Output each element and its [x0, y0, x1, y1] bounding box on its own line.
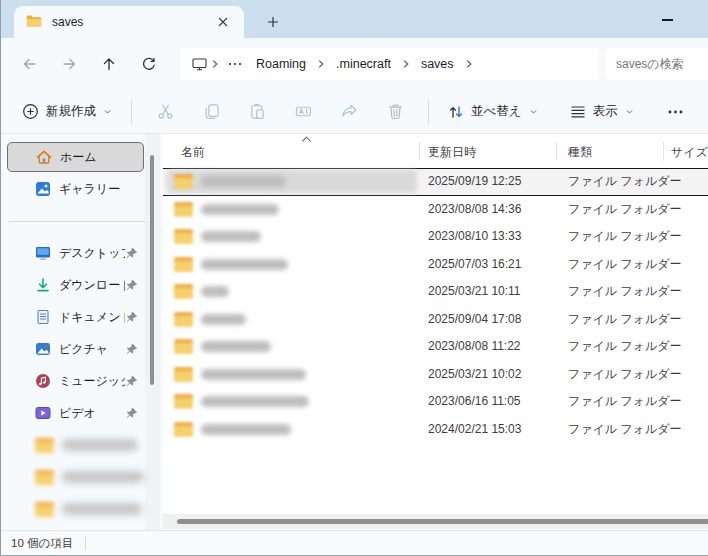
- search-box[interactable]: [606, 48, 708, 80]
- blurred-file-name: [201, 396, 309, 407]
- paste-icon[interactable]: [240, 96, 274, 128]
- file-type: ファイル フォルダー: [568, 416, 682, 444]
- home-icon: [36, 149, 52, 165]
- tab-saves[interactable]: saves: [14, 6, 244, 38]
- toolbar-divider: [428, 100, 429, 124]
- file-row-selected[interactable]: 2025/09/19 12:25ファイル フォルダー: [163, 168, 708, 196]
- breadcrumb: Roaming.minecraftsaves: [248, 53, 476, 75]
- search-input[interactable]: [606, 57, 708, 71]
- up-button[interactable]: [89, 47, 129, 81]
- file-explorer-window: saves: [0, 0, 708, 556]
- tab-close-icon[interactable]: [212, 11, 234, 33]
- refresh-button[interactable]: [129, 47, 169, 81]
- column-divider[interactable]: [556, 142, 557, 161]
- downloads-icon: [35, 277, 51, 293]
- file-row[interactable]: 2025/03/21 10:02ファイル フォルダー: [163, 361, 708, 389]
- column-header-row: 名前 更新日時 種類 サイズ: [163, 134, 708, 168]
- view-lines-icon: [570, 105, 586, 119]
- blurred-label: [62, 471, 144, 483]
- column-header-name[interactable]: 名前: [181, 144, 205, 161]
- this-pc-icon[interactable]: [191, 56, 208, 72]
- new-tab-button[interactable]: [261, 10, 285, 34]
- chevron-right-icon[interactable]: [399, 59, 413, 69]
- sidebar-item-blurred-folder[interactable]: [7, 462, 144, 492]
- column-divider[interactable]: [663, 142, 664, 161]
- videos-icon: [35, 405, 51, 421]
- new-item-button[interactable]: 新規作成: [13, 97, 121, 126]
- chevron-right-icon[interactable]: [462, 59, 476, 69]
- file-row[interactable]: 2023/08/08 11:22ファイル フォルダー: [163, 333, 708, 361]
- sort-arrows-icon: [448, 104, 464, 120]
- sidebar-item-gallery[interactable]: ギャラリー: [7, 174, 144, 204]
- cut-icon[interactable]: [148, 96, 182, 128]
- folder-icon: [174, 202, 193, 217]
- file-date: 2025/07/03 16:21: [428, 251, 521, 279]
- chevron-down-icon: [625, 107, 634, 116]
- file-row[interactable]: 2023/08/10 13:33ファイル フォルダー: [163, 223, 708, 251]
- share-icon[interactable]: [332, 96, 366, 128]
- file-date: 2025/03/21 10:11: [428, 278, 521, 306]
- column-header-date[interactable]: 更新日時: [428, 144, 476, 161]
- horizontal-scrollbar-track[interactable]: [163, 514, 708, 529]
- status-bar: 10 個の項目: [1, 530, 708, 556]
- navigation-bar: Roaming.minecraftsaves: [1, 38, 708, 90]
- sidebar-item-blurred-folder[interactable]: [7, 494, 144, 524]
- breadcrumb-item-Roaming[interactable]: Roaming: [248, 53, 314, 75]
- file-row[interactable]: 2023/06/16 11:05ファイル フォルダー: [163, 388, 708, 416]
- sidebar-item-blurred-folder[interactable]: [7, 430, 144, 460]
- breadcrumb-item-minecraft[interactable]: .minecraft: [328, 53, 399, 75]
- blurred-file-name: [201, 176, 286, 187]
- horizontal-scrollbar-thumb[interactable]: [177, 519, 708, 524]
- file-type: ファイル フォルダー: [568, 361, 682, 389]
- desktop-icon: [35, 245, 51, 261]
- file-date: 2023/08/10 13:33: [428, 223, 521, 251]
- sidebar-item-pictures[interactable]: ピクチャ: [7, 334, 144, 364]
- pin-icon: [125, 279, 138, 292]
- sort-button[interactable]: 並べ替え: [439, 97, 547, 126]
- chevron-right-icon[interactable]: [314, 59, 328, 69]
- breadcrumb-item-saves[interactable]: saves: [413, 53, 462, 75]
- file-row[interactable]: 2025/07/03 16:21ファイル フォルダー: [163, 251, 708, 279]
- column-header-type[interactable]: 種類: [568, 144, 592, 161]
- sidebar-scrollbar-thumb[interactable]: [150, 155, 154, 385]
- main-area: ホームギャラリーデスクトップダウンロードドキュメントピクチャミュージックビデオ …: [1, 134, 708, 530]
- file-type: ファイル フォルダー: [568, 168, 682, 196]
- sidebar-item-desktop[interactable]: デスクトップ: [7, 238, 144, 268]
- file-row[interactable]: 2025/03/21 10:11ファイル フォルダー: [163, 278, 708, 306]
- delete-icon[interactable]: [378, 96, 412, 128]
- forward-button[interactable]: [49, 47, 89, 81]
- rename-icon[interactable]: [286, 96, 320, 128]
- copy-icon[interactable]: [194, 96, 228, 128]
- chevron-right-icon: [208, 59, 222, 69]
- file-row[interactable]: 2023/08/08 14:36ファイル フォルダー: [163, 196, 708, 224]
- tab-title: saves: [52, 15, 212, 29]
- file-row[interactable]: 2025/09/04 17:08ファイル フォルダー: [163, 306, 708, 334]
- column-header-size[interactable]: サイズ: [671, 144, 708, 161]
- status-divider: [85, 537, 86, 550]
- file-date: 2023/06/16 11:05: [428, 388, 521, 416]
- breadcrumb-ellipsis-icon[interactable]: [222, 62, 248, 66]
- sidebar: ホームギャラリーデスクトップダウンロードドキュメントピクチャミュージックビデオ: [1, 134, 163, 530]
- more-options-icon[interactable]: [659, 96, 693, 128]
- folder-icon: [35, 502, 54, 517]
- file-row[interactable]: 2024/02/21 15:03ファイル フォルダー: [163, 416, 708, 444]
- sidebar-item-music[interactable]: ミュージック: [7, 366, 144, 396]
- file-date: 2025/09/04 17:08: [428, 306, 521, 334]
- minimize-button[interactable]: [654, 12, 680, 28]
- pin-icon: [125, 407, 138, 420]
- sidebar-divider: [1, 206, 163, 236]
- view-button[interactable]: 表示: [561, 97, 643, 126]
- column-divider[interactable]: [419, 142, 420, 161]
- sidebar-item-videos[interactable]: ビデオ: [7, 398, 144, 428]
- chevron-down-icon: [103, 107, 112, 116]
- sidebar-item-home[interactable]: ホーム: [7, 142, 144, 172]
- address-bar[interactable]: Roaming.minecraftsaves: [181, 48, 598, 80]
- pin-icon: [125, 247, 138, 260]
- sidebar-item-downloads[interactable]: ダウンロード: [7, 270, 144, 300]
- music-icon: [35, 373, 51, 389]
- back-button[interactable]: [9, 47, 49, 81]
- view-label: 表示: [593, 103, 618, 120]
- sidebar-item-label: ダウンロード: [59, 277, 125, 294]
- file-list-area: 名前 更新日時 種類 サイズ 2025/09/19 12:25ファイル フォルダ…: [163, 134, 708, 530]
- sidebar-item-documents[interactable]: ドキュメント: [7, 302, 144, 332]
